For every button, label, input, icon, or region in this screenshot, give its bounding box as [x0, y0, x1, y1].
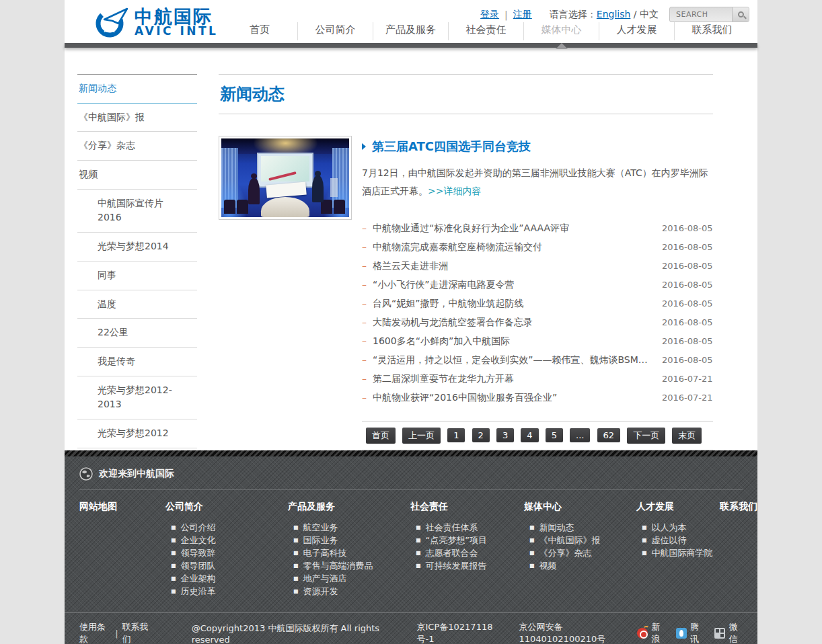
pagination-button[interactable]: 2 [472, 428, 490, 442]
footer-column-heading[interactable]: 公司简介 [165, 501, 288, 513]
footer-link[interactable]: ■新闻动态 [529, 521, 636, 534]
sidebar-item[interactable]: 中航国际宣传片2016 [77, 190, 197, 233]
footer-link[interactable]: ■“点亮梦想”项目 [416, 534, 524, 547]
news-date: 2016-08-05 [662, 317, 713, 327]
footer-column-heading[interactable]: 社会责任 [410, 501, 524, 513]
sidebar-item[interactable]: 《分享》杂志 [77, 132, 197, 161]
featured-news-title[interactable]: 第三届ATC四国选手同台竞技 [362, 138, 713, 155]
news-row: – 中航物业通过“标准化良好行为企业”AAAA评审 2016-08-05 [362, 223, 713, 241]
pagination-button[interactable]: 3 [496, 428, 514, 442]
nav-item[interactable]: 产品及服务 [373, 22, 448, 40]
sidebar-item[interactable]: 新闻动态 [77, 75, 197, 104]
news-title-link[interactable]: 大陆发动机与龙浩航空签署合作备忘录 [373, 317, 657, 329]
pagination-button[interactable]: 末页 [672, 428, 702, 444]
sidebar-item[interactable]: 我是传奇 [77, 348, 197, 376]
news-title-link[interactable]: 中航物流完成嘉泰航空座椅物流运输交付 [373, 241, 657, 253]
footer-column-heading[interactable]: 联系我们 [720, 501, 757, 513]
footer-column-heading[interactable]: 媒体中心 [524, 501, 636, 513]
pagination-button[interactable]: 上一页 [402, 428, 441, 444]
pagination-button[interactable]: 首页 [366, 428, 396, 444]
footer-link-label: 社会责任体系 [426, 521, 478, 534]
footer-link-label: “点亮梦想”项目 [426, 534, 487, 547]
nav-item[interactable]: 联系我们 [674, 22, 749, 40]
footer-link[interactable]: ■志愿者联合会 [416, 547, 524, 559]
footer-link[interactable]: ■中航国际商学院 [642, 547, 720, 559]
nav-item[interactable]: 社会责任 [448, 22, 523, 40]
nav-item[interactable]: 媒体中心 [523, 22, 599, 40]
logo-text: 中航国际 AVIC INTL [135, 7, 218, 38]
featured-detail-link[interactable]: >>详细内容 [428, 186, 481, 196]
footer-link[interactable]: ■可持续发展报告 [416, 559, 524, 572]
footer-link[interactable]: ■领导致辞 [171, 547, 288, 559]
footer-link[interactable]: ■虚位以待 [642, 534, 720, 547]
news-title-link[interactable]: 中航物业通过“标准化良好行为企业”AAAA评审 [373, 223, 657, 235]
sidebar-item[interactable]: 光荣与梦想2012-2013 [77, 376, 197, 419]
news-title-link[interactable]: 台风“妮妲”撒野，中航物业筑起防线 [373, 298, 657, 310]
news-date: 2016-08-05 [662, 261, 713, 271]
news-title-link[interactable]: “灵活运用，持之以恒，定会收到实效”——赖伟宣、魏炜谈BSM的应用推.. [373, 354, 657, 366]
footer-link[interactable]: ■领导团队 [171, 559, 288, 572]
sidebar-item[interactable]: 光荣与梦想2012 [77, 419, 197, 448]
sidebar-item[interactable]: 同事 [77, 261, 197, 290]
sidebar-item[interactable]: 光荣与梦想2014 [77, 233, 197, 261]
footer-link-label: 可持续发展报告 [426, 559, 487, 572]
footer-column: 联系我们 [720, 501, 757, 598]
logo[interactable]: AVIC 中航国际 AVIC INTL [94, 5, 218, 39]
language-english-link[interactable]: English [597, 9, 631, 19]
footer-link[interactable]: ■地产与酒店 [293, 572, 410, 585]
sidebar-item-label: 我是传奇 [98, 356, 135, 366]
footer-link[interactable]: ■企业架构 [171, 572, 288, 585]
language-chinese[interactable]: 中文 [640, 9, 659, 19]
sidebar-item[interactable]: 温度 [77, 290, 197, 319]
nav-item[interactable]: 公司简介 [297, 22, 373, 40]
sidebar: 新闻动态 《中航国际》报 《分享》杂志 视频 中航国际宣传片2016 光荣与梦想… [77, 74, 197, 450]
footer-column-heading[interactable]: 产品及服务 [288, 501, 410, 513]
search-input[interactable] [670, 10, 732, 19]
footer-link[interactable]: ■视频 [529, 559, 636, 572]
pagination-button[interactable]: 5 [546, 428, 563, 442]
terms-link[interactable]: 使用条款 [79, 621, 111, 644]
sidebar-item[interactable]: 22公里 [77, 319, 197, 348]
register-link[interactable]: 注册 [513, 9, 532, 21]
footer-link[interactable]: ■企业文化 [171, 534, 288, 547]
news-row: – “小小飞行侠”走进深南电路夏令营 2016-08-05 [362, 279, 713, 298]
contact-link[interactable]: 联系我们 [122, 621, 154, 644]
nav-item[interactable]: 首页 [222, 22, 297, 40]
social-link[interactable]: 腾讯 [676, 621, 704, 644]
footer-link[interactable]: ■社会责任体系 [416, 521, 524, 534]
footer-link[interactable]: ■零售与高端消费品 [293, 559, 410, 572]
pagination-button[interactable]: ... [570, 428, 590, 442]
news-title-link[interactable]: 格兰云天走进非洲 [373, 260, 657, 272]
nav-item[interactable]: 人才发展 [599, 22, 674, 40]
news-row: – 大陆发动机与龙浩航空签署合作备忘录 2016-08-05 [362, 317, 713, 335]
footer-link[interactable]: ■公司介绍 [171, 521, 288, 534]
social-link[interactable]: 新浪 [637, 621, 665, 644]
news-title-link[interactable]: “小小飞行侠”走进深南电路夏令营 [373, 279, 657, 291]
footer-link[interactable]: ■以人为本 [642, 521, 720, 534]
pagination-button[interactable]: 1 [447, 428, 465, 442]
footer-column-heading[interactable]: 网站地图 [79, 501, 165, 513]
sidebar-item[interactable]: 《中航国际》报 [77, 104, 197, 132]
footer-column-heading[interactable]: 人才发展 [636, 501, 720, 513]
dash-icon: – [362, 260, 367, 271]
footer-link[interactable]: ■《中航国际》报 [529, 534, 636, 547]
social-link[interactable]: 微信 [714, 621, 743, 644]
news-title-link[interactable]: 1600多名“小鲜肉”加入中航国际 [373, 335, 657, 348]
pagination-button[interactable]: 62 [597, 428, 621, 442]
search-button[interactable] [732, 7, 749, 22]
sidebar-item-label: 光荣与梦想2012-2013 [98, 385, 172, 410]
news-title-link[interactable]: 中航物业获评“2016中国物业服务百强企业” [373, 392, 657, 404]
featured-news-image[interactable] [219, 136, 352, 220]
footer-link[interactable]: ■资源开发 [293, 585, 410, 598]
bullet-icon: ■ [293, 534, 299, 547]
footer-link[interactable]: ■航空业务 [293, 521, 410, 534]
footer-link[interactable]: ■《分享》杂志 [529, 547, 636, 559]
footer-link[interactable]: ■国际业务 [293, 534, 410, 547]
sidebar-item[interactable]: 视频 [77, 161, 197, 190]
pagination-button[interactable]: 4 [521, 428, 538, 442]
footer-link[interactable]: ■历史沿革 [171, 585, 288, 598]
pagination-button[interactable]: 下一页 [627, 428, 665, 444]
news-title-link[interactable]: 第二届深圳童耍节在龙华九方开幕 [373, 373, 657, 385]
login-link[interactable]: 登录 [480, 9, 499, 21]
footer-link[interactable]: ■电子高科技 [293, 547, 410, 559]
